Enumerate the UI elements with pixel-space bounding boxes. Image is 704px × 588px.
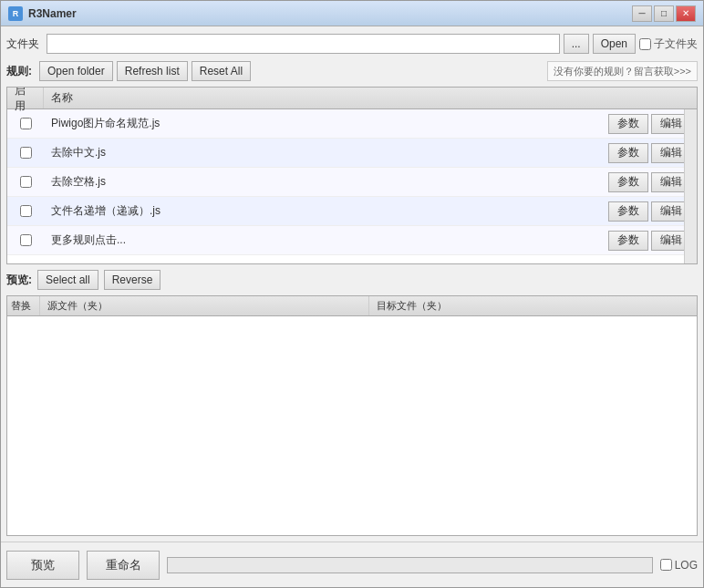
preview-button[interactable]: 预览 [6,551,79,580]
rule-row: 更多规则点击... 参数 编辑 [7,226,697,255]
log-checkbox-area: LOG [660,559,698,572]
preview-header-src: 源文件（夹） [40,296,369,315]
preview-section: 替换 源文件（夹） 目标文件（夹） [6,295,698,536]
content-area: 文件夹 ... Open 子文件夹 规则: Open folder Refres… [1,26,703,542]
bottom-bar: 预览 重命名 LOG [1,542,703,587]
rules-scrollbar[interactable] [684,109,697,263]
rule-name-2: 去除空格.js [44,174,608,190]
progress-bar-container [167,557,653,573]
rules-section: 启用 名称 Piwigo图片命名规范.js 参数 编辑 去除中文.js 参数 编… [6,87,698,264]
app-icon: R [8,6,23,21]
open-button[interactable]: Open [593,34,636,54]
rules-hint: 没有你要的规则？留言获取>>> [547,61,698,81]
rule-row: Piwigo图片命名规范.js 参数 编辑 [7,109,697,139]
rules-header-enabled: 启用 [7,88,44,108]
main-window: R R3Namer ─ □ ✕ 文件夹 ... Open 子文件夹 规则: Op… [0,0,704,588]
browse-button[interactable]: ... [564,34,589,54]
preview-header: 替换 源文件（夹） 目标文件（夹） [7,296,697,316]
rule-check-input-3[interactable] [20,205,32,217]
window-title: R3Namer [28,7,632,20]
preview-label: 预览: [6,273,32,288]
maximize-button[interactable]: □ [654,5,674,22]
rules-toolbar: 规则: Open folder Refresh list Reset All 没… [6,59,698,83]
rule-check-input-0[interactable] [20,118,32,129]
log-checkbox[interactable] [660,559,672,571]
folder-input[interactable] [47,34,560,54]
rules-header: 启用 名称 [7,88,697,109]
preview-toolbar: 预览: Select all Reverse [6,268,698,292]
rule-param-btn-1[interactable]: 参数 [608,143,648,163]
title-bar: R R3Namer ─ □ ✕ [1,1,703,26]
subfolder-checkbox-area: 子文件夹 [639,36,698,52]
rule-param-btn-3[interactable]: 参数 [608,201,648,222]
rule-checkbox-2[interactable] [7,176,44,188]
rule-param-btn-4[interactable]: 参数 [608,231,648,251]
rule-row: 去除中文.js 参数 编辑 [7,139,697,168]
open-folder-button[interactable]: Open folder [39,61,113,81]
rule-name-0: Piwigo图片命名规范.js [44,116,608,131]
minimize-button[interactable]: ─ [632,5,652,22]
log-label: LOG [675,559,698,572]
close-button[interactable]: ✕ [676,5,696,22]
rule-row: 文件名递增（递减）.js 参数 编辑 [7,197,697,226]
reset-all-button[interactable]: Reset All [192,61,251,81]
rule-check-input-1[interactable] [20,147,32,159]
folder-label: 文件夹 [6,36,39,52]
preview-body [7,316,697,535]
rules-list: Piwigo图片命名规范.js 参数 编辑 去除中文.js 参数 编辑 去除空格… [7,109,697,263]
rule-checkbox-0[interactable] [7,118,44,129]
preview-header-dst: 目标文件（夹） [369,296,698,315]
rule-row: 去除空格.js 参数 编辑 [7,168,697,197]
rule-name-4: 更多规则点击... [44,232,608,248]
rule-checkbox-1[interactable] [7,147,44,159]
rule-checkbox-3[interactable] [7,205,44,217]
rule-param-btn-0[interactable]: 参数 [608,114,648,134]
window-controls: ─ □ ✕ [632,5,696,22]
folder-row: 文件夹 ... Open 子文件夹 [6,32,698,56]
rule-checkbox-4[interactable] [7,234,44,246]
rules-label: 规则: [6,64,32,79]
select-all-button[interactable]: Select all [37,270,98,290]
rule-check-input-2[interactable] [20,176,32,188]
rule-name-3: 文件名递增（递减）.js [44,203,608,219]
rule-check-input-4[interactable] [20,234,32,246]
rename-button[interactable]: 重命名 [87,551,160,580]
reverse-button[interactable]: Reverse [104,270,161,290]
rules-header-name: 名称 [44,90,697,106]
subfolder-checkbox[interactable] [639,38,651,50]
rule-param-btn-2[interactable]: 参数 [608,172,648,192]
rule-name-1: 去除中文.js [44,145,608,160]
subfolder-label: 子文件夹 [654,36,698,52]
refresh-list-button[interactable]: Refresh list [117,61,188,81]
preview-header-seq: 替换 [7,296,40,315]
